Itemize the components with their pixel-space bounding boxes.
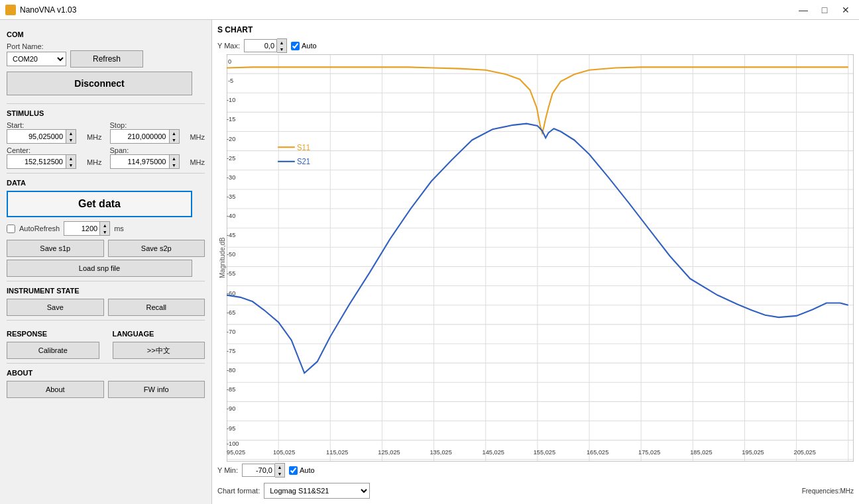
svg-text:165,025: 165,025 — [587, 448, 608, 456]
y-min-arrows: ▲ ▼ — [275, 463, 285, 478]
chart-format-label: Chart format: — [217, 487, 260, 495]
svg-text:135,025: 135,025 — [430, 448, 451, 456]
chart-format-row: Chart format: Logmag S11&S21 — [217, 483, 370, 499]
svg-text:145,025: 145,025 — [483, 448, 504, 456]
auto-refresh-checkbox[interactable] — [7, 225, 15, 233]
y-min-down[interactable]: ▼ — [275, 470, 284, 477]
y-min-auto-label: Auto — [300, 466, 315, 474]
svg-text:-30: -30 — [227, 174, 235, 181]
fw-info-button[interactable]: FW info — [108, 381, 205, 398]
close-button[interactable]: ✕ — [838, 2, 854, 18]
refresh-up[interactable]: ▲ — [100, 222, 109, 228]
com-section-title: COM — [7, 30, 205, 38]
save-state-button[interactable]: Save — [7, 299, 104, 316]
start-input[interactable]: 95,025000 — [7, 129, 66, 144]
window-title: NanoVNA v1.03 — [20, 5, 76, 15]
maximize-button[interactable]: □ — [817, 2, 832, 18]
start-spinbox: 95,025000 ▲ ▼ — [7, 129, 84, 144]
y-max-auto-checkbox[interactable] — [291, 42, 300, 50]
refresh-down[interactable]: ▼ — [100, 228, 109, 235]
svg-text:-50: -50 — [227, 250, 235, 258]
stop-label: Stop: — [110, 121, 188, 129]
auto-refresh-label: AutoRefresh — [19, 225, 60, 232]
center-unit: MHz — [87, 158, 102, 166]
svg-text:155,025: 155,025 — [534, 448, 555, 456]
language-section: LANGUAGE >>中文 — [113, 325, 205, 359]
y-min-input[interactable]: -70,0 — [242, 464, 275, 477]
svg-text:-65: -65 — [227, 309, 235, 316]
svg-text:-85: -85 — [227, 385, 235, 393]
port-select[interactable]: COM20 — [7, 52, 66, 66]
y-min-spinbox: -70,0 ▲ ▼ — [242, 463, 285, 478]
y-max-input[interactable]: 0,0 — [244, 39, 277, 52]
start-row: Start: 95,025000 ▲ ▼ MHz Stop: 210,00000… — [7, 121, 205, 144]
about-row: About FW info — [7, 381, 205, 398]
svg-text:-80: -80 — [227, 366, 235, 374]
chart-title: S CHART — [217, 25, 854, 34]
center-up[interactable]: ▲ — [66, 155, 76, 162]
com-row: COM20 Refresh — [7, 50, 205, 68]
language-button[interactable]: >>中文 — [113, 342, 205, 359]
svg-text:-70: -70 — [227, 328, 235, 335]
stop-spinbox: 210,000000 ▲ ▼ — [110, 129, 188, 144]
y-min-auto-row: Auto — [289, 466, 315, 475]
refresh-unit: ms — [114, 225, 124, 232]
stop-input[interactable]: 210,000000 — [110, 129, 170, 144]
svg-text:95,025: 95,025 — [227, 448, 245, 456]
auto-refresh-input[interactable]: 1200 — [64, 221, 100, 236]
instrument-section-title: INSTRUMENT STATE — [7, 287, 205, 295]
main-layout: COM Port Name: COM20 Refresh Disconnect … — [0, 20, 859, 504]
right-panel: S CHART Y Max: 0,0 ▲ ▼ Auto Magnitude,dB — [212, 20, 859, 504]
svg-text:0: 0 — [228, 58, 231, 65]
title-bar: NanoVNA v1.03 — □ ✕ — [0, 0, 859, 20]
center-input[interactable]: 152,512500 — [7, 154, 66, 169]
y-min-up[interactable]: ▲ — [275, 464, 284, 470]
svg-text:-55: -55 — [227, 270, 235, 277]
svg-text:185,025: 185,025 — [690, 448, 712, 456]
refresh-button[interactable]: Refresh — [70, 50, 143, 68]
y-max-up[interactable]: ▲ — [277, 39, 286, 46]
disconnect-button[interactable]: Disconnect — [7, 72, 192, 95]
start-up[interactable]: ▲ — [66, 130, 76, 136]
y-max-label: Y Max: — [217, 42, 240, 50]
y-min-auto-checkbox[interactable] — [289, 466, 298, 475]
svg-text:-45: -45 — [227, 231, 235, 238]
center-down[interactable]: ▼ — [66, 162, 76, 168]
y-max-down[interactable]: ▼ — [277, 46, 286, 52]
start-unit: MHz — [87, 133, 102, 141]
svg-text:-15: -15 — [227, 115, 235, 123]
svg-text:-20: -20 — [227, 134, 235, 142]
span-down[interactable]: ▼ — [170, 162, 179, 168]
minimize-button[interactable]: — — [795, 2, 811, 18]
chart-bottom-controls: Chart format: Logmag S11&S21 Frequencies… — [217, 483, 854, 499]
about-section-title: ABOUT — [7, 369, 205, 377]
span-up[interactable]: ▲ — [170, 155, 179, 162]
calibrate-button[interactable]: Calibrate — [7, 342, 99, 359]
load-snp-button[interactable]: Load snp file — [7, 260, 192, 277]
svg-text:S11: S11 — [297, 143, 310, 151]
svg-text:-100: -100 — [227, 440, 239, 447]
stop-arrows: ▲ ▼ — [170, 129, 180, 144]
start-down[interactable]: ▼ — [66, 136, 76, 143]
response-lang-row: RESPONSE Calibrate LANGUAGE >>中文 — [7, 325, 205, 359]
save-s1p-button[interactable]: Save s1p — [7, 240, 104, 257]
svg-text:-5: -5 — [228, 77, 233, 84]
save-s2p-button[interactable]: Save s2p — [108, 240, 205, 257]
svg-text:-95: -95 — [227, 424, 235, 431]
stop-up[interactable]: ▲ — [170, 130, 179, 136]
center-spinbox: 152,512500 ▲ ▼ — [7, 154, 84, 169]
about-button[interactable]: About — [7, 381, 104, 398]
stop-down[interactable]: ▼ — [170, 136, 179, 143]
svg-text:105,025: 105,025 — [273, 448, 295, 456]
recall-button[interactable]: Recall — [108, 299, 205, 316]
svg-text:-35: -35 — [227, 193, 235, 200]
svg-text:195,025: 195,025 — [742, 448, 764, 456]
get-data-button[interactable]: Get data — [7, 191, 192, 217]
center-label: Center: — [7, 146, 84, 154]
svg-text:-75: -75 — [227, 347, 235, 354]
chart-format-select[interactable]: Logmag S11&S21 — [264, 483, 370, 499]
svg-text:-25: -25 — [227, 154, 235, 161]
port-name-label: Port Name: — [7, 42, 205, 50]
span-input[interactable]: 114,975000 — [110, 154, 170, 169]
span-spinbox: 114,975000 ▲ ▼ — [110, 154, 188, 169]
